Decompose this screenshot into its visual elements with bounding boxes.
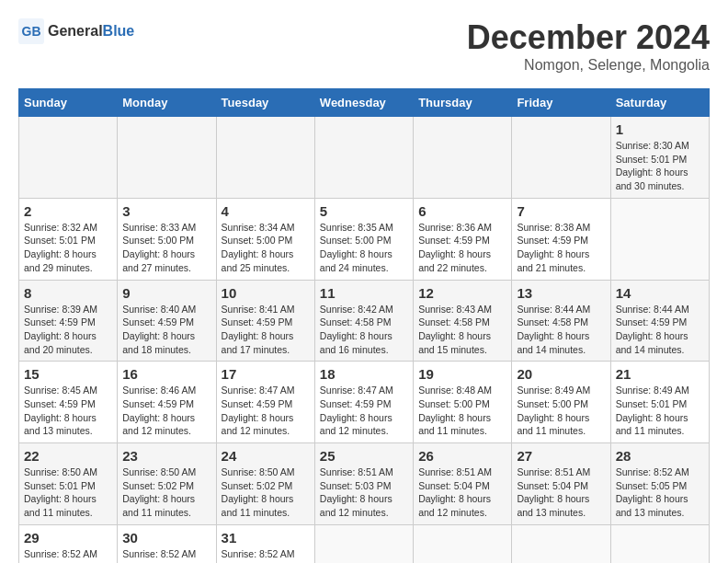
day-number: 21 [616,366,704,382]
day-number: 19 [418,366,506,382]
table-row: 2Sunrise: 8:32 AMSunset: 5:01 PMDaylight… [19,198,118,280]
day-details: Sunrise: 8:47 AMSunset: 4:59 PMDaylight:… [222,384,310,438]
table-row: 15Sunrise: 8:45 AMSunset: 4:59 PMDayligh… [19,362,118,443]
table-row: 24Sunrise: 8:50 AMSunset: 5:02 PMDayligh… [216,443,314,525]
day-details: Sunrise: 8:41 AMSunset: 4:59 PMDaylight:… [222,303,310,357]
table-row [414,524,512,563]
table-row: 26Sunrise: 8:51 AMSunset: 5:04 PMDayligh… [414,443,512,525]
day-details: Sunrise: 8:43 AMSunset: 4:58 PMDaylight:… [418,303,506,357]
day-number: 25 [320,448,408,464]
day-details: Sunrise: 8:39 AMSunset: 4:59 PMDaylight:… [24,303,112,357]
day-details: Sunrise: 8:52 AMSunset: 5:07 PMDaylight:… [122,547,210,563]
day-details: Sunrise: 8:33 AMSunset: 5:00 PMDaylight:… [122,221,210,275]
table-row [19,117,118,199]
day-number: 20 [517,366,605,382]
day-number: 1 [616,121,704,137]
day-number: 10 [222,285,310,301]
day-details: Sunrise: 8:36 AMSunset: 4:59 PMDaylight:… [418,221,506,275]
day-number: 9 [122,285,210,301]
day-details: Sunrise: 8:52 AMSunset: 5:08 PMDaylight:… [222,547,310,563]
day-details: Sunrise: 8:32 AMSunset: 5:01 PMDaylight:… [24,221,112,275]
day-details: Sunrise: 8:47 AMSunset: 4:59 PMDaylight:… [320,384,408,438]
table-row: 21Sunrise: 8:49 AMSunset: 5:01 PMDayligh… [610,362,709,443]
day-number: 30 [122,530,210,546]
day-details: Sunrise: 8:46 AMSunset: 4:59 PMDaylight:… [122,384,210,438]
day-number: 18 [320,366,408,382]
calendar-table: Sunday Monday Tuesday Wednesday Thursday… [18,88,710,563]
table-row: 6Sunrise: 8:36 AMSunset: 4:59 PMDaylight… [414,198,512,280]
table-row [216,117,314,199]
day-details: Sunrise: 8:44 AMSunset: 4:58 PMDaylight:… [517,303,605,357]
table-row: 23Sunrise: 8:50 AMSunset: 5:02 PMDayligh… [118,443,216,525]
table-row: 7Sunrise: 8:38 AMSunset: 4:59 PMDaylight… [512,198,610,280]
day-number: 26 [418,448,506,464]
table-row: 14Sunrise: 8:44 AMSunset: 4:59 PMDayligh… [610,280,709,362]
day-number: 29 [24,530,112,546]
svg-text:GB: GB [22,24,41,39]
day-details: Sunrise: 8:51 AMSunset: 5:04 PMDaylight:… [517,465,605,520]
table-row: 4Sunrise: 8:34 AMSunset: 5:00 PMDaylight… [216,198,314,280]
day-number: 5 [320,203,408,219]
table-row [314,524,413,563]
day-number: 11 [320,285,408,301]
day-number: 15 [24,366,112,382]
col-tuesday: Tuesday [216,89,314,117]
day-details: Sunrise: 8:52 AMSunset: 5:05 PMDaylight:… [616,465,704,520]
day-details: Sunrise: 8:34 AMSunset: 5:00 PMDaylight:… [222,221,310,275]
day-number: 4 [222,203,310,219]
table-row: 8Sunrise: 8:39 AMSunset: 4:59 PMDaylight… [19,280,118,362]
table-row: 31Sunrise: 8:52 AMSunset: 5:08 PMDayligh… [216,524,314,563]
day-number: 28 [616,448,704,464]
table-row: 12Sunrise: 8:43 AMSunset: 4:58 PMDayligh… [414,280,512,362]
day-number: 3 [122,203,210,219]
col-monday: Monday [118,89,216,117]
day-details: Sunrise: 8:35 AMSunset: 5:00 PMDaylight:… [320,221,408,275]
table-row: 19Sunrise: 8:48 AMSunset: 5:00 PMDayligh… [414,362,512,443]
col-saturday: Saturday [610,89,709,117]
logo-general: General [48,23,103,39]
table-row: 25Sunrise: 8:51 AMSunset: 5:03 PMDayligh… [314,443,413,525]
day-details: Sunrise: 8:44 AMSunset: 4:59 PMDaylight:… [616,303,704,357]
day-details: Sunrise: 8:52 AMSunset: 5:06 PMDaylight:… [24,547,112,563]
day-details: Sunrise: 8:49 AMSunset: 5:01 PMDaylight:… [616,384,704,438]
table-row: 13Sunrise: 8:44 AMSunset: 4:58 PMDayligh… [512,280,610,362]
calendar-header: Sunday Monday Tuesday Wednesday Thursday… [19,89,710,117]
day-number: 12 [418,285,506,301]
table-row [118,117,216,199]
table-row [610,524,709,563]
table-row: 3Sunrise: 8:33 AMSunset: 5:00 PMDaylight… [118,198,216,280]
table-row: 28Sunrise: 8:52 AMSunset: 5:05 PMDayligh… [610,443,709,525]
table-row: 11Sunrise: 8:42 AMSunset: 4:58 PMDayligh… [314,280,413,362]
calendar-week-row: 1Sunrise: 8:30 AMSunset: 5:01 PMDaylight… [19,117,710,199]
table-row: 20Sunrise: 8:49 AMSunset: 5:00 PMDayligh… [512,362,610,443]
logo-wordmark: GeneralBlue [48,23,134,40]
logo: GB GeneralBlue [18,18,134,44]
table-row: 9Sunrise: 8:40 AMSunset: 4:59 PMDaylight… [118,280,216,362]
calendar-body: 1Sunrise: 8:30 AMSunset: 5:01 PMDaylight… [19,117,710,564]
table-row: 17Sunrise: 8:47 AMSunset: 4:59 PMDayligh… [216,362,314,443]
table-row: 22Sunrise: 8:50 AMSunset: 5:01 PMDayligh… [19,443,118,525]
day-number: 14 [616,285,704,301]
day-details: Sunrise: 8:51 AMSunset: 5:04 PMDaylight:… [418,465,506,520]
day-details: Sunrise: 8:45 AMSunset: 4:59 PMDaylight:… [24,384,112,438]
page-header: GB GeneralBlue December 2024 Nomgon, Sel… [18,18,710,74]
day-number: 23 [122,448,210,464]
day-number: 8 [24,285,112,301]
table-row: 29Sunrise: 8:52 AMSunset: 5:06 PMDayligh… [19,524,118,563]
month-title: December 2024 [467,18,710,57]
table-row: 27Sunrise: 8:51 AMSunset: 5:04 PMDayligh… [512,443,610,525]
day-details: Sunrise: 8:49 AMSunset: 5:00 PMDaylight:… [517,384,605,438]
day-number: 27 [517,448,605,464]
calendar-week-row: 15Sunrise: 8:45 AMSunset: 4:59 PMDayligh… [19,362,710,443]
calendar-week-row: 22Sunrise: 8:50 AMSunset: 5:01 PMDayligh… [19,443,710,525]
day-details: Sunrise: 8:38 AMSunset: 4:59 PMDaylight:… [517,221,605,275]
table-row: 1Sunrise: 8:30 AMSunset: 5:01 PMDaylight… [610,117,709,199]
table-row [610,198,709,280]
calendar-week-row: 8Sunrise: 8:39 AMSunset: 4:59 PMDaylight… [19,280,710,362]
col-friday: Friday [512,89,610,117]
col-wednesday: Wednesday [314,89,413,117]
table-row: 5Sunrise: 8:35 AMSunset: 5:00 PMDaylight… [314,198,413,280]
day-number: 31 [222,530,310,546]
table-row [512,524,610,563]
calendar-week-row: 2Sunrise: 8:32 AMSunset: 5:01 PMDaylight… [19,198,710,280]
